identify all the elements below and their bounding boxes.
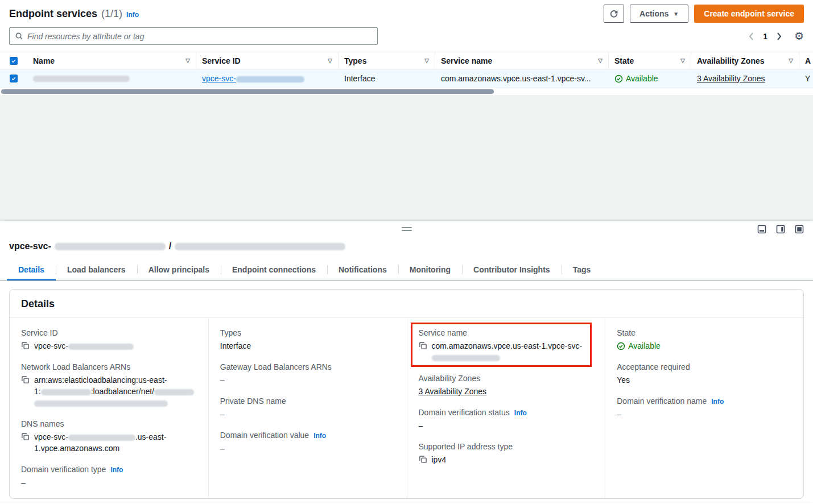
copy-icon[interactable] — [21, 432, 30, 441]
select-all-checkbox[interactable] — [10, 57, 18, 65]
previous-page-button[interactable] — [745, 30, 757, 43]
filter-icon[interactable]: ▽ — [420, 57, 429, 64]
endpoint-services-table: Name ▽ Service ID ▽ Types ▽ Service name… — [0, 52, 813, 95]
cell-acceptance: Y — [799, 69, 813, 88]
acceptance-value: Y — [805, 74, 810, 83]
field-domain-verification-value: Domain verification value Info – — [220, 431, 395, 454]
field-availability-zones: Availability Zones 3 Availability Zones — [419, 374, 594, 397]
filter-icon[interactable]: ▽ — [593, 57, 602, 64]
availability-zones-link[interactable]: 3 Availability Zones — [419, 386, 487, 397]
field-label: Service ID — [21, 328, 58, 337]
page-title: Endpoint services — [9, 8, 97, 20]
types-value: Interface — [344, 74, 375, 83]
refresh-button[interactable] — [604, 5, 624, 23]
cell-state: Available — [609, 69, 691, 88]
create-endpoint-service-button[interactable]: Create endpoint service — [694, 5, 804, 23]
field-value: – — [617, 408, 621, 420]
field-label: DNS names — [21, 419, 64, 428]
field-value: – — [419, 420, 423, 431]
field-label: Domain verification type — [21, 465, 106, 474]
column-header-types: Types ▽ — [339, 52, 435, 69]
info-link[interactable]: Info — [313, 432, 326, 440]
field-nlb-arns: Network Load Balancers ARNs arn:aws:elas… — [21, 362, 197, 408]
tab-load-balancers[interactable]: Load balancers — [56, 259, 137, 280]
page-number[interactable]: 1 — [758, 32, 772, 41]
field-domain-verification-type: Domain verification type Info – — [21, 465, 197, 488]
service-id-link[interactable]: vpce-svc- — [202, 74, 304, 83]
availability-zones-link[interactable]: 3 Availability Zones — [697, 74, 765, 83]
panel-position-side-icon[interactable] — [776, 225, 785, 234]
info-link[interactable]: Info — [110, 466, 123, 474]
column-header-acceptance: A — [799, 52, 813, 69]
field-state: State Available — [617, 328, 792, 352]
tab-allow-principals[interactable]: Allow principals — [137, 259, 221, 280]
tab-notifications[interactable]: Notifications — [327, 259, 398, 280]
column-label: A — [805, 56, 811, 65]
tab-monitoring[interactable]: Monitoring — [398, 259, 462, 280]
search-icon — [15, 32, 23, 40]
field-label: Domain verification status — [419, 408, 510, 417]
horizontal-scrollbar — [0, 88, 813, 95]
title-separator: / — [169, 241, 171, 251]
cell-types: Interface — [339, 69, 435, 88]
field-value: – — [220, 374, 225, 386]
field-supported-ip-address-type: Supported IP address type ipv4 — [419, 442, 594, 465]
content-background — [0, 95, 813, 221]
copy-icon[interactable] — [419, 341, 427, 350]
field-label: Supported IP address type — [419, 442, 513, 451]
tab-details[interactable]: Details — [7, 259, 56, 280]
column-header-service-id: Service ID ▽ — [196, 52, 339, 69]
filter-icon[interactable]: ▽ — [323, 57, 332, 64]
panel-fullscreen-icon[interactable] — [795, 225, 804, 234]
copy-icon[interactable] — [21, 375, 30, 384]
create-label: Create endpoint service — [704, 9, 794, 18]
service-name-value: com.amazonaws.vpce.us-east-1.vpce-sv... — [441, 74, 591, 83]
split-panel-header-bar — [0, 221, 813, 239]
tab-contributor-insights[interactable]: Contributor Insights — [462, 259, 562, 280]
field-dns-names: DNS names vpce-svc-.us-east-1.vpce.amazo… — [21, 419, 197, 454]
tab-tags[interactable]: Tags — [562, 259, 602, 280]
chevron-down-icon: ▼ — [673, 11, 679, 17]
info-link[interactable]: Info — [514, 409, 527, 417]
check-circle-icon — [617, 342, 625, 350]
column-header-availability-zones: Availability Zones ▽ — [691, 52, 799, 69]
redacted-text — [41, 389, 91, 395]
table-row[interactable]: vpce-svc- Interface com.amazonaws.vpce.u… — [0, 69, 813, 88]
filter-icon[interactable]: ▽ — [676, 57, 685, 64]
cell-name — [27, 69, 196, 88]
copy-icon[interactable] — [419, 455, 427, 464]
info-link[interactable]: Info — [126, 11, 139, 19]
field-acceptance-required: Acceptance required Yes — [617, 362, 792, 386]
row-checkbox[interactable] — [10, 75, 18, 82]
redacted-text — [33, 76, 130, 82]
field-value: ipv4 — [432, 454, 447, 465]
split-panel-resize-handle[interactable] — [402, 227, 412, 233]
scrollbar-thumb[interactable] — [1, 89, 494, 94]
search-input[interactable] — [27, 32, 372, 41]
filter-icon[interactable]: ▽ — [181, 57, 190, 64]
details-column-3: Service name com.amazonaws.vpce.us-east-… — [407, 318, 605, 498]
next-page-button[interactable] — [773, 30, 785, 43]
column-label: Types — [344, 56, 366, 65]
copy-icon[interactable] — [21, 341, 30, 350]
field-service-id: Service ID vpce-svc- — [21, 328, 197, 352]
field-label: Availability Zones — [419, 374, 481, 383]
pagination: 1 ⚙ — [745, 30, 804, 43]
check-circle-icon — [614, 75, 623, 83]
filter-icon[interactable]: ▽ — [784, 57, 793, 64]
field-label: Domain verification name — [617, 396, 707, 406]
field-private-dns-name: Private DNS name – — [220, 396, 395, 420]
result-count: (1/1) — [101, 8, 122, 20]
panel-position-bottom-icon[interactable] — [757, 225, 766, 234]
preferences-gear-icon[interactable]: ⚙ — [794, 31, 804, 42]
actions-button[interactable]: Actions ▼ — [630, 5, 688, 23]
field-service-name: Service name com.amazonaws.vpce.us-east-… — [419, 328, 594, 363]
field-value: – — [220, 408, 225, 420]
tab-endpoint-connections[interactable]: Endpoint connections — [221, 259, 327, 280]
state-value: Available — [628, 340, 661, 352]
redacted-text — [154, 389, 194, 395]
info-link[interactable]: Info — [711, 398, 724, 406]
details-column-1: Service ID vpce-svc- Network Load Balanc… — [10, 318, 208, 498]
page-header: Endpoint services (1/1) Info Actions ▼ C… — [0, 0, 813, 25]
field-domain-verification-status: Domain verification status Info – — [419, 408, 594, 431]
